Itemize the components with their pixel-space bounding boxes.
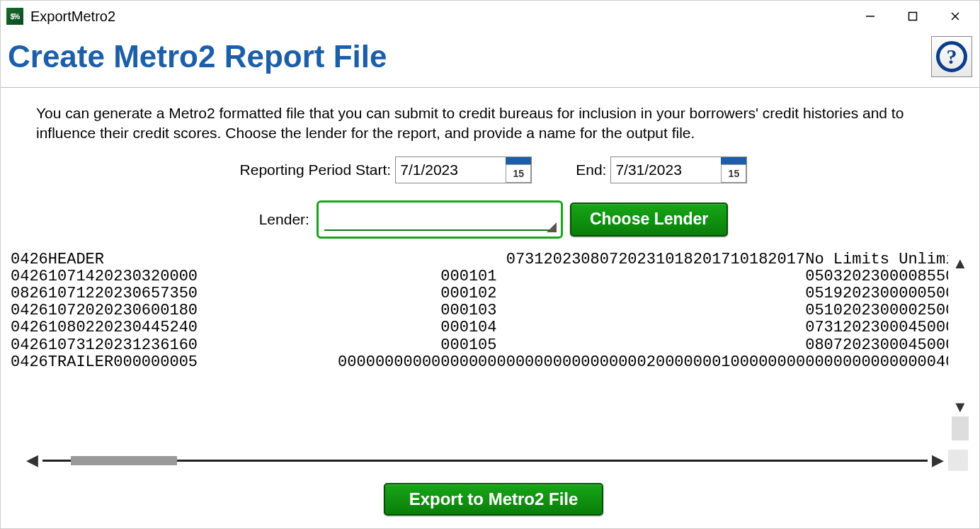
scroll-left-arrow-icon[interactable]: ◀ [26,451,38,470]
calendar-icon[interactable]: 15 [506,157,531,183]
export-button[interactable]: Export to Metro2 File [384,483,604,516]
reporting-period-row: Reporting Period Start: 15 End: 15 [36,157,951,183]
svg-line-2 [952,13,959,20]
period-end-input[interactable] [611,160,721,180]
window-title: ExportMetro2 [30,8,115,25]
horizontal-scroll-thumb[interactable] [71,456,177,465]
lender-field[interactable] [317,200,563,239]
scroll-corner [948,450,968,471]
intro-text: You can generate a Metro2 formatted file… [36,103,951,144]
help-button[interactable]: ? [931,36,972,77]
lender-row: Lender: Choose Lender [36,200,951,239]
period-start-input[interactable] [396,160,506,180]
calendar-icon[interactable]: 15 [721,157,746,183]
svg-rect-1 [909,13,917,21]
period-start-field[interactable]: 15 [395,157,532,183]
scroll-right-arrow-icon[interactable]: ▶ [932,451,944,470]
horizontal-scrollbar[interactable]: ◀ ▶ [15,448,972,473]
content-area: You can generate a Metro2 formatted file… [1,88,979,528]
vertical-scroll-thumb[interactable] [952,416,969,440]
choose-lender-button[interactable]: Choose Lender [570,203,728,237]
scroll-down-arrow-icon[interactable]: ▼ [952,398,968,416]
help-icon: ? [936,41,967,72]
resize-grip-icon [547,222,557,232]
app-window: $% ExportMetro2 Create Metro2 Report Fil… [0,0,980,529]
window-controls [849,1,976,32]
lender-label: Lender: [259,211,309,228]
period-end-label: End: [576,161,606,178]
page-header: Create Metro2 Report File ? [1,32,979,88]
scroll-up-arrow-icon[interactable]: ▲ [952,254,968,273]
title-bar: $% ExportMetro2 [1,1,979,32]
vertical-scrollbar[interactable]: ▲ ▼ [948,251,972,443]
period-end-field[interactable]: 15 [610,157,747,183]
minimize-button[interactable] [849,1,891,32]
app-icon: $% [6,8,23,25]
page-title: Create Metro2 Report File [8,39,387,74]
preview-text: 0426HEADER 07312023080720231018201710182… [8,251,948,443]
horizontal-scroll-track[interactable] [42,460,928,462]
period-start-label: Reporting Period Start: [240,161,392,178]
preview-area: 0426HEADER 07312023080720231018201710182… [8,251,972,443]
svg-line-3 [952,13,959,20]
action-bar: Export to Metro2 File [36,480,951,528]
close-button[interactable] [934,1,976,32]
maximize-button[interactable] [891,1,934,32]
